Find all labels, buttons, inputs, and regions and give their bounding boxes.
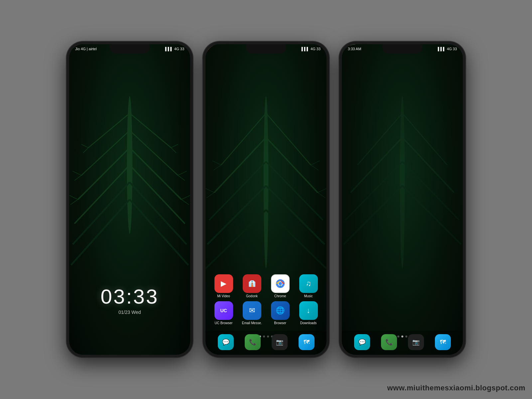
svg-line-33 [266, 162, 323, 220]
lock-content: 03:33 01/23 Wed [69, 44, 190, 355]
home-screen: ▌▌▌ 4G 33 G 🎤 03 33 [205, 44, 327, 355]
svg-line-49 [357, 113, 402, 165]
svg-line-56 [402, 186, 461, 244]
svg-point-47 [279, 282, 282, 285]
svg-line-42 [318, 189, 327, 193]
dock-phone-icon-3: 📞 [381, 334, 397, 350]
svg-line-43 [318, 193, 326, 198]
phone-2: ▌▌▌ 4G 33 G 🎤 03 33 [203, 42, 329, 357]
power-button[interactable] [190, 117, 192, 141]
svg-line-34 [266, 186, 325, 244]
carrier-text: Jio 4G | airtel [75, 47, 97, 51]
signal-icon-3: ▌▌▌ [438, 47, 446, 51]
downloads-icon: ↓ [299, 301, 318, 320]
chrome-label: Chrome [268, 294, 292, 298]
svg-line-39 [207, 193, 214, 198]
status-right-phone3: ▌▌▌ 4G 33 [438, 47, 457, 51]
svg-line-53 [402, 113, 447, 165]
mi-video-label: Mi Video [212, 294, 236, 298]
status-right-phone1: ▌▌▌ 4G 33 [165, 47, 184, 51]
time-phone3: 3:33 AM [348, 47, 361, 51]
svg-line-27 [214, 137, 266, 193]
signal-icon: ▌▌▌ [165, 47, 173, 51]
phone-3: 3:33 AM ▌▌▌ 4G 33 G Google [339, 42, 466, 357]
svg-line-26 [221, 113, 266, 165]
lock-time: 03:33 [69, 285, 190, 308]
svg-line-35 [266, 210, 327, 268]
browser-icon: 🌐 [271, 301, 290, 320]
dock-messages-icon-3: 💬 [354, 334, 370, 350]
downloads-label: Downloads [297, 321, 321, 325]
app-email[interactable]: ✉ Email Messe. [240, 301, 264, 325]
network-badge-2: 4G 33 [311, 47, 321, 51]
dock-maps-icon-3: 🗺 [435, 334, 451, 350]
app-chrome[interactable]: Chrome [268, 274, 292, 298]
app-dock-phone2: 💬 📞 📷 🗺 [205, 331, 327, 355]
uc-browser-icon: UC [214, 301, 233, 320]
browser-label: Browser [268, 321, 292, 325]
network-badge-3: 4G 33 [447, 47, 457, 51]
svg-line-52 [344, 186, 402, 244]
app-godonk[interactable]: 👔 Godonk [240, 274, 264, 298]
power-button-2[interactable] [327, 117, 328, 141]
app-browser[interactable]: 🌐 Browser [268, 301, 292, 325]
svg-line-32 [266, 137, 318, 193]
network-badge: 4G 33 [174, 47, 184, 51]
svg-line-54 [402, 137, 454, 193]
svg-point-25 [264, 96, 269, 269]
app-downloads[interactable]: ↓ Downloads [297, 301, 321, 325]
camera-icon: 📷 [272, 334, 288, 350]
dock-messages[interactable]: 💬 [214, 334, 238, 351]
app-mi-video[interactable]: ▶ Mi Video [212, 274, 236, 298]
status-right-phone2: ▌▌▌ 4G 33 [302, 47, 321, 51]
svg-line-51 [345, 162, 402, 220]
svg-line-50 [350, 137, 402, 193]
chrome-icon [271, 274, 290, 293]
app-drawer-screen: 3:33 AM ▌▌▌ 4G 33 G Google [342, 44, 463, 355]
lock-clock: 03:33 01/23 Wed [69, 285, 190, 315]
lock-screen: Jio 4G | airtel ▌▌▌ 4G 33 03:33 01/23 We… [69, 44, 190, 355]
mi-video-icon: ▶ [214, 274, 233, 293]
app-music[interactable]: ♫ Music [297, 274, 321, 298]
app-row-2: UC UC Browser ✉ Email Messe. 🌐 [209, 301, 323, 325]
godonk-icon: 👔 [243, 274, 261, 293]
maps-icon: 🗺 [299, 334, 315, 350]
pine-decoration-3 [342, 44, 463, 355]
status-bar-phone2: ▌▌▌ 4G 33 [205, 47, 327, 51]
power-button-3[interactable] [463, 117, 464, 141]
svg-line-55 [402, 162, 459, 220]
status-bar-phone3: 3:33 AM ▌▌▌ 4G 33 [342, 47, 463, 51]
svg-point-48 [400, 96, 405, 269]
status-bar-phone1: Jio 4G | airtel ▌▌▌ 4G 33 [69, 47, 190, 51]
svg-line-38 [205, 189, 214, 193]
page-background: Jio 4G | airtel ▌▌▌ 4G 33 03:33 01/23 We… [0, 0, 532, 399]
lock-date: 01/23 Wed [69, 310, 190, 315]
svg-line-36 [212, 161, 221, 165]
app-uc-browser[interactable]: UC UC Browser [212, 301, 236, 325]
dock-camera[interactable]: 📷 [268, 334, 292, 351]
watermark: www.miuithemesxiaomi.blogspot.com [387, 384, 525, 392]
home-app-grid: ▶ Mi Video 👔 Godonk [205, 274, 327, 328]
svg-line-41 [311, 165, 319, 170]
svg-line-29 [207, 186, 266, 244]
dock-messages-3[interactable]: 💬 [350, 334, 374, 351]
app-row-1: ▶ Mi Video 👔 Godonk [209, 274, 323, 298]
music-icon: ♫ [299, 274, 318, 293]
dock-maps[interactable]: 🗺 [295, 334, 319, 351]
dock-maps-3[interactable]: 🗺 [431, 334, 455, 351]
svg-line-40 [311, 161, 320, 165]
svg-line-28 [209, 162, 266, 220]
music-label: Music [297, 294, 321, 298]
messages-icon: 💬 [218, 334, 234, 350]
svg-line-37 [213, 165, 221, 170]
phone-1: Jio 4G | airtel ▌▌▌ 4G 33 03:33 01/23 We… [66, 42, 193, 357]
phone-icon: 📞 [245, 334, 261, 350]
svg-line-30 [205, 210, 266, 268]
dock-phone[interactable]: 📞 [241, 334, 265, 351]
dock-camera-3[interactable]: 📷 [404, 334, 428, 351]
dock-phone-3[interactable]: 📞 [377, 334, 401, 351]
uc-browser-label: UC Browser [212, 321, 236, 325]
svg-line-31 [266, 113, 311, 165]
godonk-label: Godonk [240, 294, 264, 298]
signal-icon-2: ▌▌▌ [302, 47, 309, 51]
